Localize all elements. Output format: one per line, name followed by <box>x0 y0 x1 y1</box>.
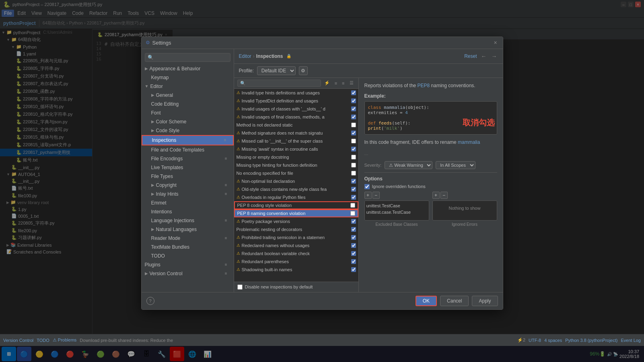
insp-checkbox-5[interactable] <box>351 123 356 127</box>
nav-code-editing[interactable]: Code Editing <box>142 100 234 108</box>
insp-item-22[interactable]: ⚠ Redundant parentheses <box>234 258 358 266</box>
insp-item-21[interactable]: ⚠ Redundant boolean variable check <box>234 250 358 258</box>
nav-file-encodings[interactable]: File Encodings ≡ <box>142 154 234 163</box>
insp-checkbox-7[interactable] <box>351 139 356 143</box>
nav-color-scheme[interactable]: ▶ Color Scheme <box>142 117 234 126</box>
back-button[interactable]: ← <box>480 52 488 60</box>
insp-item-19[interactable]: ⚠ Prohibited trailing semicolon in a sta… <box>234 233 358 241</box>
version-control-status[interactable]: Version Control <box>3 338 33 343</box>
insp-item-6[interactable]: ⚠ Method signature does not match signat… <box>234 129 358 137</box>
ignored-remove-btn[interactable]: − <box>440 192 448 199</box>
nav-general[interactable]: ▶ General <box>142 91 234 100</box>
nav-version-control[interactable]: ▶ Version Control ≡ <box>142 269 234 278</box>
nav-font[interactable]: Font <box>142 108 234 117</box>
filter-button[interactable]: ⚡ <box>323 80 331 86</box>
insp-item-11[interactable]: No encoding specified for file <box>234 169 358 177</box>
insp-item-10[interactable]: Missing type hinting for function defini… <box>234 161 358 169</box>
nav-file-types[interactable]: File Types <box>142 172 234 181</box>
ignore-overridden-checkbox[interactable] <box>364 184 370 189</box>
nav-code-style[interactable]: ▶ Code Style <box>142 126 234 135</box>
insp-checkbox-6[interactable] <box>351 131 356 135</box>
cancel-button[interactable]: Cancel <box>440 296 469 306</box>
insp-item-2[interactable]: ⚠ Invalid TypedDict definition and usage… <box>234 97 358 105</box>
event-log-status[interactable]: Event Log <box>621 338 641 343</box>
inspection-search-input[interactable] <box>237 80 321 87</box>
insp-item-7[interactable]: ⚠ Missed call to '__init__' of the super… <box>234 137 358 145</box>
nav-language-injections[interactable]: Language Injections ≡ <box>142 216 234 225</box>
nav-intentions[interactable]: Intentions <box>142 207 234 216</box>
insp-checkbox-pep8-coding[interactable] <box>350 203 355 208</box>
insp-item-9[interactable]: Missing or empty docstring <box>234 153 358 161</box>
insp-item-14[interactable]: ⚠ Overloads in regular Python files <box>234 193 358 201</box>
insp-item-4[interactable]: ⚠ Invalid usages of final classes, metho… <box>234 113 358 121</box>
insp-checkbox-19[interactable] <box>351 235 356 240</box>
insp-checkbox-2[interactable] <box>351 98 356 103</box>
forward-button[interactable]: → <box>491 52 498 60</box>
nav-emmet[interactable]: Emmet <box>142 198 234 207</box>
inspection-list[interactable]: ⚠ Invalid type hints definitions and usa… <box>234 89 358 282</box>
nav-editor[interactable]: ▼ Editor <box>142 82 234 91</box>
python-status[interactable]: Python 3.8 (pythonProject) <box>565 338 617 343</box>
insp-item-13[interactable]: ⚠ Old-style class contains new-style cla… <box>234 185 358 193</box>
insp-checkbox-21[interactable] <box>351 251 356 256</box>
breadcrumb-parent[interactable]: Editor <box>239 53 251 59</box>
problems-status[interactable]: ⚠ Problems <box>53 337 77 343</box>
insp-checkbox-20[interactable] <box>351 243 356 248</box>
insp-checkbox-12[interactable] <box>351 179 356 184</box>
insp-checkbox-8[interactable] <box>351 147 356 151</box>
apply-button[interactable]: Apply <box>472 296 498 306</box>
encoding-status[interactable]: UTF-8 <box>529 338 541 343</box>
excluded-remove-btn[interactable]: − <box>372 192 380 199</box>
insp-item-3[interactable]: ⚠ Invalid usages of classes with '__slot… <box>234 105 358 113</box>
insp-item-8[interactable]: ⚠ Missing 'await' syntax in coroutine ca… <box>234 145 358 153</box>
insp-item-18[interactable]: Problematic nesting of decorators <box>234 225 358 233</box>
insp-item-pep8-coding[interactable]: PEP 8 coding style violation <box>234 201 358 209</box>
ignored-add-btn[interactable]: + <box>432 192 440 199</box>
insp-checkbox-9[interactable] <box>351 155 356 160</box>
nav-plugins[interactable]: Plugins ≡ <box>142 260 234 269</box>
reset-link[interactable]: Reset <box>464 53 477 59</box>
profile-select[interactable]: Default IDE <box>257 66 296 75</box>
insp-checkbox-18[interactable] <box>351 227 356 232</box>
nav-copyright[interactable]: ▶ Copyright ≡ <box>142 181 234 190</box>
insp-checkbox-22[interactable] <box>351 259 356 264</box>
insp-item-17[interactable]: ⚠ Poetry package versions <box>234 217 358 225</box>
insp-item-5[interactable]: Method is not declared static <box>234 121 358 129</box>
nav-reader-mode[interactable]: Reader Mode ≡ <box>142 234 234 243</box>
insp-checkbox-23[interactable] <box>351 267 356 272</box>
nav-inspections[interactable]: Inspections ≡ <box>142 135 234 145</box>
nav-natural-languages[interactable]: ▶ Natural Languages <box>142 225 234 234</box>
severity-select[interactable]: ⚠ Weak Warning <box>385 161 432 169</box>
nav-keymap[interactable]: Keymap <box>142 73 234 82</box>
insp-checkbox-10[interactable] <box>351 163 356 168</box>
insp-checkbox-14[interactable] <box>351 195 356 200</box>
nav-live-templates[interactable]: Live Templates <box>142 163 234 172</box>
excluded-add-btn[interactable]: + <box>364 192 372 199</box>
pep8-link[interactable]: PEP8 <box>418 83 430 88</box>
todo-status[interactable]: TODO <box>37 338 49 343</box>
insp-checkbox-13[interactable] <box>351 187 356 192</box>
profile-gear-button[interactable]: ⚙ <box>299 66 308 75</box>
insp-checkbox-4[interactable] <box>351 115 356 119</box>
expand-all-button[interactable]: ≡ <box>333 80 339 86</box>
scope-select[interactable]: In All Scopes <box>436 161 475 169</box>
nav-todo[interactable]: TODO <box>142 252 234 260</box>
nav-file-code-templates[interactable]: File and Code Templates <box>142 145 234 154</box>
insp-checkbox-17[interactable] <box>351 219 356 224</box>
disable-new-inspections-checkbox[interactable] <box>237 284 243 290</box>
nav-search-input[interactable] <box>145 53 230 62</box>
insp-item-12[interactable]: ⚠ Non-optimal list declaration <box>234 177 358 185</box>
insp-item-pep8-naming[interactable]: PEP 8 naming convention violation <box>234 209 358 217</box>
insp-checkbox-pep8-naming[interactable] <box>350 211 355 216</box>
help-button[interactable]: ? <box>146 297 154 305</box>
ok-button[interactable]: OK <box>416 296 437 306</box>
nav-textmate[interactable]: TextMate Bundles <box>142 243 234 252</box>
dialog-close-button[interactable]: × <box>492 39 499 46</box>
insp-item-1[interactable]: ⚠ Invalid type hints definitions and usa… <box>234 89 358 97</box>
nav-inlay-hints[interactable]: ▶ Inlay Hints ≡ <box>142 190 234 198</box>
insp-item-23[interactable]: ⚠ Shadowing built-in names <box>234 266 358 274</box>
insp-checkbox-3[interactable] <box>351 106 356 111</box>
nav-appearance[interactable]: ▶ Appearance & Behavior <box>142 64 234 73</box>
spaces-status[interactable]: 4 spaces <box>544 338 562 343</box>
insp-item-20[interactable]: ⚠ Redeclared names without usages <box>234 241 358 250</box>
